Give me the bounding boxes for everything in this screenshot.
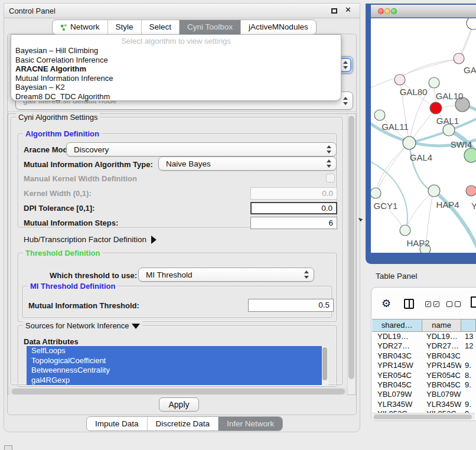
network-window-titlebar[interactable] — [371, 5, 476, 18]
column-header-shared[interactable]: shared… — [372, 319, 422, 331]
tab-discretize-data[interactable]: Discretize Data — [147, 417, 219, 431]
attribute-item-selected[interactable]: SelfLoops — [27, 346, 322, 356]
tab-cyni-toolbox[interactable]: Cyni Toolbox — [179, 20, 240, 34]
node-label: HAP2 — [406, 238, 429, 248]
network-node[interactable] — [374, 110, 385, 120]
dropdown-item[interactable]: Bayesian – K2 — [15, 83, 338, 92]
hub-definition-expander[interactable]: Hub/Transcription Factor Definition — [24, 235, 157, 244]
scrollbar-thumb[interactable] — [322, 347, 327, 380]
collapse-arrow-icon[interactable] — [132, 324, 140, 329]
node-label: GAL11 — [382, 122, 409, 132]
which-threshold-combobox[interactable]: MI Threshold — [138, 268, 314, 282]
network-node[interactable] — [395, 74, 405, 85]
document-icon[interactable] — [471, 296, 476, 308]
scrollbar-thumb[interactable] — [374, 415, 472, 419]
table-row[interactable]: YDR27…YDR27…12 — [372, 341, 476, 351]
attribute-item-selected[interactable]: BetweennessCentrality — [27, 366, 322, 376]
float-window-icon[interactable] — [331, 8, 337, 14]
table-row[interactable]: YPR145WYPR145W9. — [372, 361, 476, 370]
network-canvas[interactable]: GAL GAL80 GAL10 GAL1 GAL11 SWI4 GAL4 GCY… — [371, 18, 476, 253]
tab-style[interactable]: Style — [107, 20, 141, 34]
network-node[interactable] — [371, 188, 381, 198]
bottom-tabs: Impute Data Discretize Data Infer Networ… — [86, 416, 283, 431]
network-node-salmon[interactable] — [466, 185, 476, 196]
attribute-item-selected[interactable]: TopologicalCoefficient — [27, 356, 322, 366]
dropdown-item[interactable]: Mutual Information Inference — [15, 74, 338, 83]
list-scrollbar[interactable] — [322, 346, 328, 385]
table-header: shared… name — [372, 319, 476, 332]
table-row[interactable]: YBR043CYBR043C — [372, 351, 476, 361]
network-node[interactable] — [467, 18, 476, 30]
table-row[interactable]: YBL079WYBL079W — [372, 390, 476, 399]
dropdown-item[interactable]: Dream8 DC_TDC Algorithm — [15, 92, 338, 102]
node-label: GAL1 — [436, 116, 459, 126]
algorithm-dropdown-popup: Select algorithm to view settings Bayesi… — [11, 34, 341, 101]
close-icon[interactable]: ✕ — [345, 5, 351, 14]
node-label: Y — [471, 201, 476, 211]
tab-select[interactable]: Select — [141, 20, 180, 34]
minimize-traffic-icon[interactable] — [384, 8, 390, 14]
network-node[interactable] — [403, 136, 416, 149]
combo-value: MI Threshold — [146, 268, 193, 281]
mi-threshold-field[interactable]: 0.5 — [248, 299, 334, 312]
dropdown-item[interactable]: Basic Correlation Inference — [15, 56, 338, 65]
kernel-width-field[interactable]: 0.0 — [250, 187, 337, 200]
collapsed-widget[interactable] — [4, 445, 12, 450]
mi-threshold-label: Mutual Information Threshold: — [28, 301, 139, 310]
table-row[interactable]: YBR045CYBR045C9. — [372, 380, 476, 390]
group-title: Threshold Definition — [23, 249, 102, 257]
mouse-cursor-icon — [357, 217, 364, 224]
control-panel-titlebar[interactable]: Control Panel ✕ — [4, 4, 360, 18]
scrollbar-thumb[interactable] — [348, 116, 354, 379]
network-node[interactable] — [428, 185, 440, 197]
combo-spinner-icon — [303, 270, 310, 279]
table-horizontal-scrollbar[interactable] — [372, 413, 475, 420]
network-graph: GAL GAL80 GAL10 GAL1 GAL11 SWI4 GAL4 GCY… — [371, 18, 476, 253]
network-node[interactable] — [443, 124, 455, 136]
column-header-name[interactable]: name — [422, 319, 461, 331]
tab-jactivemnodules[interactable]: jActiveMNodules — [240, 20, 316, 34]
gear-icon[interactable]: ⚙ — [382, 297, 391, 310]
network-node[interactable] — [454, 53, 464, 64]
table-row[interactable]: YDL19…YDL19…13 — [372, 332, 476, 341]
table-row[interactable]: YLR345WYLR345W9. — [372, 400, 476, 409]
tab-label: Style — [116, 20, 133, 34]
tab-label: Network — [70, 20, 100, 34]
dpi-tolerance-field[interactable]: 0.0 — [250, 202, 337, 214]
table-row[interactable]: YER054CYER054C8. — [372, 371, 476, 380]
aracne-mode-combobox[interactable]: Discovery — [66, 142, 337, 156]
tab-infer-network[interactable]: Infer Network — [218, 417, 282, 431]
mi-algorithm-type-combobox[interactable]: Naive Bayes — [158, 156, 337, 171]
mi-steps-field[interactable]: 6 — [250, 217, 337, 229]
network-node[interactable] — [464, 148, 476, 162]
column-header-cut[interactable] — [461, 319, 476, 331]
table-panel-title: Table Panel — [376, 272, 418, 281]
combo-spinner-icon — [325, 145, 332, 154]
mi-steps-label: Mutual Information Steps: — [24, 219, 118, 227]
dropdown-items: Bayesian – Hill Climbing Basic Correlati… — [15, 46, 338, 102]
node-table: shared… name YDL19…YDL19…13 YDR27…YDR27…… — [372, 319, 476, 419]
dropdown-item[interactable]: Bayesian – Hill Climbing — [15, 46, 338, 56]
dropdown-item-selected[interactable]: ARACNE Algorithm — [15, 64, 338, 74]
network-node[interactable] — [400, 225, 410, 236]
tab-network[interactable]: Network — [53, 20, 107, 34]
close-traffic-icon[interactable] — [378, 8, 384, 14]
apply-button[interactable]: Apply — [159, 397, 199, 412]
mi-algorithm-type-label: Mutual Information Algorithm Type: — [24, 160, 153, 169]
data-attributes-list[interactable]: SelfLoops TopologicalCoefficient Between… — [27, 346, 328, 385]
network-node[interactable] — [429, 77, 439, 88]
manual-kernel-checkbox[interactable] — [326, 174, 335, 182]
scrollbar-thumb[interactable] — [12, 389, 345, 394]
combo-spinner-icon — [342, 97, 349, 105]
tab-impute-data[interactable]: Impute Data — [87, 417, 147, 431]
data-attributes-label: Data Attributes — [24, 337, 79, 346]
zoom-traffic-icon[interactable] — [391, 8, 397, 14]
node-label: GAL10 — [436, 91, 464, 101]
group-title: MI Threshold Definition — [28, 282, 118, 291]
network-node-red[interactable] — [430, 102, 442, 114]
select-all-checkboxes-icon[interactable]: ✓✓ — [425, 301, 439, 307]
control-panel-tabs: Network Style Select Cyni Toolbox jActiv… — [52, 19, 317, 35]
attribute-item-selected[interactable]: gal4RGexp — [27, 376, 322, 386]
deselect-all-checkboxes-icon[interactable] — [446, 301, 461, 307]
split-columns-icon[interactable] — [404, 299, 414, 309]
